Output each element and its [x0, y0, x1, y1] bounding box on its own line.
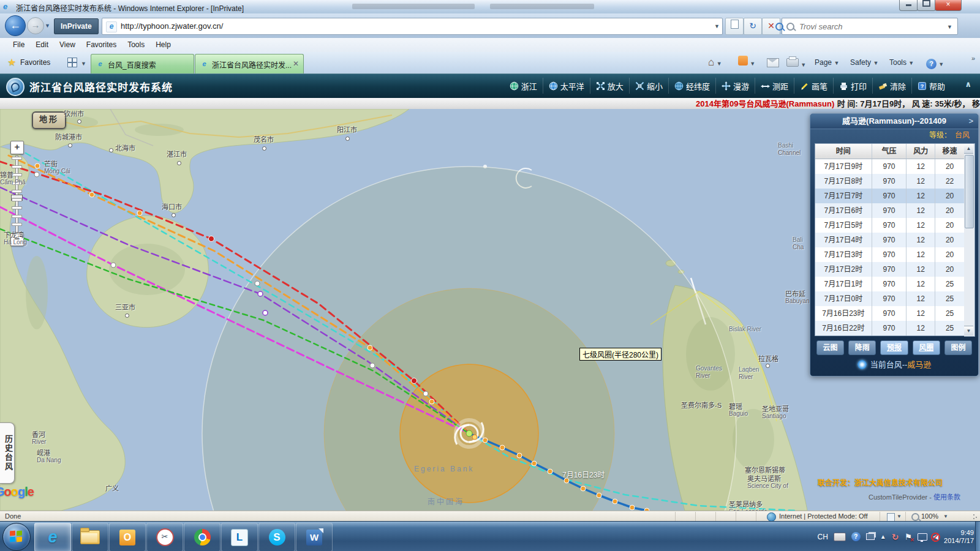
menu-tools[interactable]: Tools [122, 38, 150, 51]
back-button[interactable]: ← [5, 15, 26, 36]
toolbar-button-太平洋[interactable]: 太平洋 [543, 78, 590, 94]
scroll-down-icon[interactable]: ▼ [964, 326, 973, 335]
keyboard-icon[interactable] [834, 533, 846, 541]
table-row[interactable]: 7月17日7时9701220 [815, 189, 964, 203]
tab-close-icon[interactable]: ✕ [293, 59, 299, 68]
zoom-dropdown-icon[interactable]: ▼ [943, 514, 948, 519]
rss-button[interactable]: ▼ [738, 56, 755, 70]
address-url[interactable]: http://typhoon.zjwater.gov.cn/ [121, 21, 223, 31]
taskbar-internet-explorer-button[interactable]: e [34, 523, 71, 551]
language-indicator[interactable]: CH [818, 533, 828, 541]
panel-tab-图例[interactable]: 图例 [944, 340, 972, 355]
refresh-button[interactable]: ↻ [744, 18, 762, 35]
toolbar-button-清除[interactable]: 清除 [872, 78, 911, 94]
search-input[interactable] [798, 20, 917, 33]
address-dropdown-icon[interactable]: ▼ [714, 23, 720, 29]
favorites-button[interactable]: Favorites [20, 58, 50, 67]
safety-menu-button[interactable]: Safety ▼ [850, 56, 878, 70]
typhoon-map[interactable]: 地形 + − 历史台风 钦州市防城港市北海市湛江市茂名市阳江市芒街Móng Cá… [0, 109, 980, 511]
taskbar-lync-button[interactable]: L [221, 523, 258, 551]
address-bar[interactable]: e http://typhoon.zjwater.gov.cn/ ▼ [102, 18, 723, 35]
history-typhoon-tab[interactable]: 历史台风 [0, 422, 15, 484]
menu-file[interactable]: File [7, 38, 30, 51]
print-button[interactable]: ▼ [786, 58, 806, 72]
overflow-chevron-icon[interactable]: » [971, 54, 975, 62]
current-typhoon-name[interactable]: 威马逊 [907, 360, 931, 369]
scrollbar-thumb[interactable] [965, 155, 974, 228]
taskbar-clock[interactable]: 9:49 2014/7/17 [944, 529, 974, 545]
table-row[interactable]: 7月16日22时9701225 [815, 321, 964, 335]
tab-typhoon-site[interactable]: e 浙江省台风路径实时发... ✕ [195, 54, 304, 73]
favorites-star-icon[interactable]: ★ [7, 56, 16, 68]
toolbar-button-打印[interactable]: 打印 [833, 78, 872, 94]
toolbar-button-帮助[interactable]: ?帮助 [911, 78, 951, 94]
current-typhoon-row[interactable]: 当前台风--威马逊 [810, 358, 978, 370]
toolbar-button-放大[interactable]: 放大 [590, 78, 629, 94]
tools-menu-button[interactable]: Tools ▼ [889, 56, 914, 70]
panel-title[interactable]: 威马逊(Rammasun)--201409 [810, 114, 978, 129]
close-button[interactable]: × [935, 0, 962, 11]
forward-button[interactable]: → [27, 17, 44, 34]
home-button[interactable]: ⌂ ▼ [708, 56, 722, 70]
window-restore-icon[interactable] [866, 533, 875, 540]
menu-view[interactable]: View [54, 38, 81, 51]
table-row[interactable]: 7月17日4时9701220 [815, 233, 964, 247]
table-row[interactable]: 7月17日5时9701220 [815, 218, 964, 233]
taskbar-windows-explorer-button[interactable] [72, 523, 108, 551]
panel-expand-icon[interactable]: > [968, 114, 973, 129]
network-icon[interactable] [918, 533, 927, 541]
compatibility-view-button[interactable] [725, 18, 744, 35]
toolbar-button-画笔[interactable]: 画笔 [794, 78, 833, 94]
table-row[interactable]: 7月17日2时9701220 [815, 262, 964, 277]
table-row[interactable]: 7月17日9时9701220 [815, 159, 964, 174]
maximize-button[interactable] [917, 0, 936, 11]
tab-list-dropdown[interactable]: ▼ [81, 61, 86, 67]
table-row[interactable]: 7月17日0时9701225 [815, 291, 964, 306]
volume-muted-icon[interactable] [933, 534, 938, 540]
help-tray-icon[interactable]: ? [851, 532, 861, 541]
search-dropdown-icon[interactable]: ▼ [947, 24, 952, 30]
taskbar-outlook-button[interactable]: O [109, 523, 146, 551]
table-row[interactable]: 7月17日8时9701222 [815, 174, 964, 189]
map-zoom-in-button[interactable]: + [10, 141, 24, 154]
compatibility-icon[interactable] [887, 513, 895, 522]
action-center-flag-icon[interactable]: ⚑✕ [905, 532, 913, 542]
search-go-icon[interactable] [775, 23, 783, 31]
toolbar-button-测距[interactable]: 测距 [755, 78, 794, 94]
start-button[interactable] [2, 523, 31, 551]
mail-button[interactable] [767, 58, 779, 72]
taskbar-chrome-button[interactable] [184, 523, 221, 551]
typhoon-history-table[interactable]: 时间气压风力移速7月17日9时97012207月17日8时97012227月17… [815, 143, 965, 336]
table-row[interactable]: 7月17日6时9701220 [815, 203, 964, 218]
tab-title[interactable]: 浙江省台风路径实时发... [212, 59, 292, 70]
quick-tabs-icon[interactable] [67, 58, 77, 67]
tab-title[interactable]: 台风_百度搜索 [108, 59, 156, 70]
panel-tab-云图[interactable]: 云图 [816, 340, 844, 355]
taskbar-snipping-tool-button[interactable]: ✂ [146, 523, 183, 551]
menu-help[interactable]: Help [150, 38, 176, 51]
show-desktop-button[interactable] [975, 522, 980, 551]
minimize-button[interactable] [899, 0, 918, 11]
help-button[interactable]: ? ▼ [926, 57, 944, 71]
taskbar-word-button[interactable]: W [296, 523, 333, 551]
page-menu-button[interactable]: Page ▼ [815, 56, 839, 70]
search-box[interactable]: ▼ [782, 18, 958, 35]
taskbar-skype-button[interactable]: S [258, 523, 295, 551]
panel-tab-风圈[interactable]: 风圈 [913, 340, 940, 355]
terrain-toggle-button[interactable]: 地形 [32, 111, 66, 129]
scroll-up-icon[interactable]: ▲ [964, 144, 973, 154]
tab-baidu-search[interactable]: e 台风_百度搜索 [91, 54, 194, 73]
toolbar-button-浙江[interactable]: 浙江 [504, 78, 543, 94]
table-row[interactable]: 7月17日3时9701220 [815, 247, 964, 262]
terms-link[interactable]: 使用条款 [933, 493, 960, 501]
sync-icon[interactable]: ↻ [892, 532, 899, 542]
zoom-level-text[interactable]: 100% [921, 512, 938, 520]
panel-tab-预报[interactable]: 预报 [880, 340, 908, 355]
toolbar-button-漫游[interactable]: 漫游 [715, 78, 755, 94]
toolbar-button-经纬度[interactable]: 经纬度 [668, 78, 715, 94]
toolbar-collapse-icon[interactable]: ∧ [965, 80, 971, 89]
menu-favorites[interactable]: Favorites [81, 38, 122, 51]
table-row[interactable]: 7月17日1时9701225 [815, 277, 964, 291]
table-scrollbar[interactable]: ▲ ▼ [964, 143, 975, 337]
panel-tab-降雨[interactable]: 降雨 [848, 340, 876, 355]
